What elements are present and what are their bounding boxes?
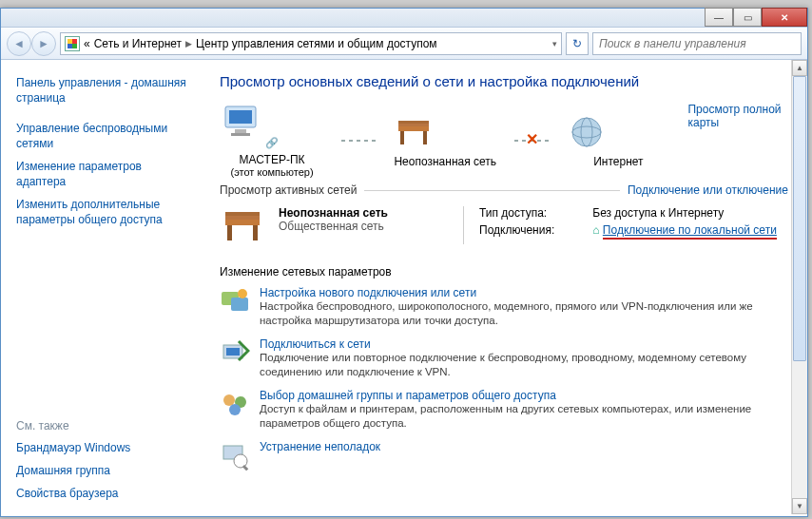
globe-icon bbox=[566, 113, 608, 151]
svg-rect-1 bbox=[229, 110, 252, 124]
chevron-right-icon: ▶ bbox=[185, 39, 192, 48]
map-node-network: Неопознанная сеть bbox=[393, 113, 497, 168]
change-params-header: Изменение сетевых параметров bbox=[220, 265, 788, 279]
task-desc: Доступ к файлам и принтерам, расположенн… bbox=[260, 402, 788, 431]
connection-link[interactable]: Подключение по локальной сети bbox=[603, 223, 777, 240]
network-map: 🔗 МАСТЕР-ПК (этот компьютер) Неопознанна… bbox=[220, 103, 788, 178]
see-also-firewall[interactable]: Брандмауэр Windows bbox=[16, 436, 191, 459]
connect-disconnect-link[interactable]: Подключение или отключение bbox=[628, 183, 788, 197]
sidebar-item-adapter[interactable]: Изменение параметров адаптера bbox=[16, 155, 191, 193]
ethernet-icon: ⌂ bbox=[592, 223, 599, 237]
task-desc: Подключение или повторное подключение к … bbox=[260, 351, 788, 379]
task-new-connection: Настройка нового подключения или сети На… bbox=[220, 286, 788, 328]
svg-rect-8 bbox=[398, 124, 429, 126]
map-label-1: МАСТЕР-ПК bbox=[220, 153, 324, 166]
map-sub-1: (этот компьютер) bbox=[220, 166, 324, 178]
svg-point-24 bbox=[229, 404, 241, 415]
main-pane: Просмотр основных сведений о сети и наст… bbox=[206, 60, 807, 516]
task-title[interactable]: Устранение неполадок bbox=[260, 440, 380, 453]
svg-rect-16 bbox=[225, 216, 260, 220]
control-panel-icon bbox=[65, 36, 80, 51]
bench-icon bbox=[393, 113, 435, 151]
sidebar-item-home[interactable]: Панель управления - домашняя страница bbox=[16, 71, 191, 109]
titlebar: — ▭ ✕ bbox=[1, 9, 807, 28]
svg-rect-12 bbox=[225, 220, 260, 225]
see-also-header: См. также bbox=[16, 419, 191, 432]
map-node-this-pc: 🔗 МАСТЕР-ПК (этот компьютер) bbox=[220, 103, 324, 178]
map-connector-1 bbox=[341, 140, 376, 142]
scroll-thumb[interactable] bbox=[793, 76, 806, 361]
forward-button[interactable]: ► bbox=[31, 31, 56, 56]
view-full-map-link[interactable]: Просмотр полной карты bbox=[687, 103, 788, 129]
svg-rect-14 bbox=[253, 225, 258, 240]
svg-rect-21 bbox=[226, 348, 240, 356]
task-title[interactable]: Выбор домашней группы и параметров общег… bbox=[260, 389, 556, 402]
svg-rect-3 bbox=[231, 133, 250, 136]
svg-rect-2 bbox=[235, 129, 246, 133]
scroll-down-button[interactable]: ▼ bbox=[792, 498, 807, 514]
task-desc: Настройка беспроводного, широкополосного… bbox=[260, 299, 788, 328]
search-input[interactable] bbox=[599, 37, 795, 50]
address-bar[interactable]: « Сеть и Интернет ▶ Центр управления сет… bbox=[60, 32, 562, 55]
active-networks-header: Просмотр активных сетей bbox=[220, 183, 357, 197]
maximize-button[interactable]: ▭ bbox=[733, 8, 762, 27]
task-title[interactable]: Подключиться к сети bbox=[260, 337, 371, 351]
svg-point-19 bbox=[238, 289, 247, 298]
network-name: Неопознанная сеть bbox=[279, 206, 450, 220]
divider bbox=[364, 190, 620, 191]
svg-rect-15 bbox=[225, 212, 260, 216]
new-connection-icon bbox=[220, 286, 250, 317]
homegroup-icon bbox=[220, 389, 250, 419]
close-button[interactable]: ✕ bbox=[762, 8, 807, 27]
task-connect: Подключиться к сети Подключение или повт… bbox=[220, 337, 788, 379]
page-title: Просмотр основных сведений о сети и наст… bbox=[220, 73, 788, 89]
scroll-up-button[interactable]: ▲ bbox=[792, 60, 807, 76]
back-button[interactable]: ◄ bbox=[7, 31, 31, 56]
task-troubleshoot: Устранение неполадок bbox=[220, 440, 788, 471]
sidebar: Панель управления - домашняя страница Уп… bbox=[1, 60, 206, 516]
navbar: ◄ ► « Сеть и Интернет ▶ Центр управления… bbox=[1, 28, 807, 60]
network-type: Общественная сеть bbox=[279, 220, 450, 233]
task-title[interactable]: Настройка нового подключения или сети bbox=[260, 286, 476, 299]
scrollbar[interactable]: ▲ ▼ bbox=[791, 60, 807, 514]
svg-rect-4 bbox=[398, 126, 429, 131]
network-icon bbox=[220, 206, 265, 244]
svg-rect-7 bbox=[398, 121, 429, 124]
crumb-prefix: « bbox=[84, 37, 90, 50]
refresh-button[interactable]: ↻ bbox=[566, 32, 589, 55]
active-network-block: Неопознанная сеть Общественная сеть Тип … bbox=[220, 202, 788, 258]
svg-point-22 bbox=[223, 394, 235, 406]
svg-point-9 bbox=[572, 118, 601, 146]
breadcrumb-2[interactable]: Центр управления сетями и общим доступом bbox=[196, 37, 437, 50]
map-label-2: Неопознанная сеть bbox=[393, 155, 497, 168]
map-node-internet: Интернет bbox=[566, 113, 670, 168]
minimize-button[interactable]: — bbox=[705, 8, 733, 27]
sidebar-item-wireless[interactable]: Управление беспроводными сетями bbox=[16, 117, 191, 155]
breadcrumb-1[interactable]: Сеть и Интернет bbox=[94, 37, 182, 50]
search-box[interactable] bbox=[592, 32, 802, 55]
map-connector-fail bbox=[514, 140, 549, 142]
svg-rect-13 bbox=[227, 225, 232, 240]
svg-rect-5 bbox=[400, 131, 404, 144]
svg-rect-6 bbox=[423, 131, 427, 144]
sidebar-item-sharing[interactable]: Изменить дополнительные параметры общего… bbox=[16, 193, 191, 231]
troubleshoot-icon bbox=[220, 440, 250, 471]
see-also-homegroup[interactable]: Домашняя группа bbox=[16, 459, 191, 482]
dropdown-icon[interactable]: ▾ bbox=[552, 39, 557, 48]
task-homegroup: Выбор домашней группы и параметров общег… bbox=[220, 389, 788, 431]
monitor-icon bbox=[220, 103, 261, 141]
access-value: Без доступа к Интернету bbox=[592, 206, 777, 220]
see-also: См. также Брандмауэр Windows Домашняя гр… bbox=[1, 419, 206, 516]
connect-icon bbox=[220, 337, 250, 368]
svg-rect-18 bbox=[231, 298, 248, 311]
window: — ▭ ✕ ◄ ► « Сеть и Интернет ▶ Центр упра… bbox=[0, 8, 808, 517]
see-also-browser[interactable]: Свойства браузера bbox=[16, 482, 191, 505]
connections-label: Подключения: bbox=[479, 223, 554, 237]
map-label-3: Интернет bbox=[566, 155, 670, 168]
access-label: Тип доступа: bbox=[479, 206, 554, 220]
